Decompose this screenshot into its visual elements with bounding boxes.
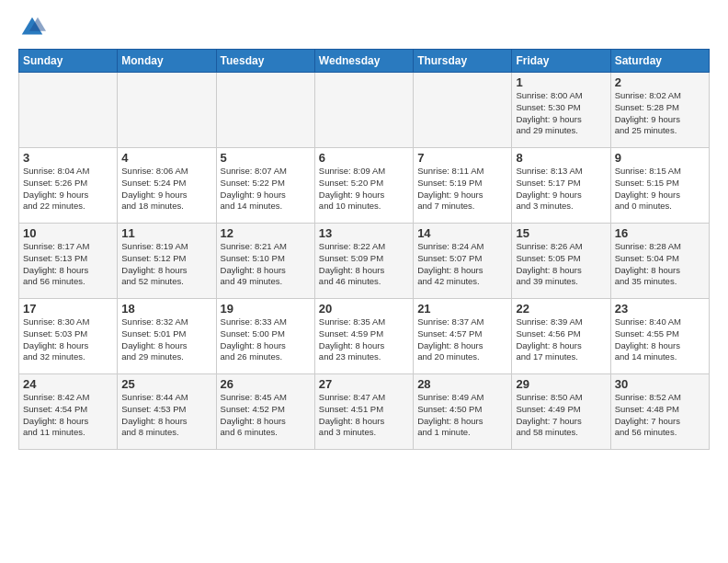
cell-content: Sunrise: 8:17 AM Sunset: 5:13 PM Dayligh… <box>23 241 113 288</box>
day-number: 7 <box>417 151 507 165</box>
day-number: 20 <box>319 302 409 316</box>
calendar-cell: 9Sunrise: 8:15 AM Sunset: 5:15 PM Daylig… <box>610 148 709 224</box>
day-number: 18 <box>121 302 211 316</box>
day-number: 12 <box>221 226 311 240</box>
calendar-cell: 16Sunrise: 8:28 AM Sunset: 5:04 PM Dayli… <box>610 224 709 299</box>
day-number: 9 <box>615 151 705 165</box>
cell-content: Sunrise: 8:47 AM Sunset: 4:51 PM Dayligh… <box>319 392 409 439</box>
calendar-week-row: 24Sunrise: 8:42 AM Sunset: 4:54 PM Dayli… <box>19 374 710 450</box>
cell-content: Sunrise: 8:19 AM Sunset: 5:12 PM Dayligh… <box>121 241 211 288</box>
calendar-cell: 26Sunrise: 8:45 AM Sunset: 4:52 PM Dayli… <box>216 374 314 450</box>
cell-content: Sunrise: 8:15 AM Sunset: 5:15 PM Dayligh… <box>615 166 705 213</box>
calendar-cell: 24Sunrise: 8:42 AM Sunset: 4:54 PM Dayli… <box>19 374 118 450</box>
calendar-cell: 12Sunrise: 8:21 AM Sunset: 5:10 PM Dayli… <box>216 224 314 299</box>
calendar-cell <box>19 73 118 148</box>
calendar-cell: 27Sunrise: 8:47 AM Sunset: 4:51 PM Dayli… <box>314 374 413 450</box>
calendar-cell: 22Sunrise: 8:39 AM Sunset: 4:56 PM Dayli… <box>512 299 610 374</box>
day-number: 5 <box>221 151 311 165</box>
day-number: 17 <box>23 302 113 316</box>
day-header-thursday: Thursday <box>414 50 512 73</box>
day-number: 25 <box>121 377 211 391</box>
calendar-cell: 30Sunrise: 8:52 AM Sunset: 4:48 PM Dayli… <box>610 374 709 450</box>
day-number: 29 <box>516 377 606 391</box>
cell-content: Sunrise: 8:06 AM Sunset: 5:24 PM Dayligh… <box>121 166 211 213</box>
logo <box>18 14 50 41</box>
logo-icon <box>18 14 46 41</box>
day-number: 26 <box>221 377 311 391</box>
cell-content: Sunrise: 8:39 AM Sunset: 4:56 PM Dayligh… <box>516 316 606 363</box>
day-number: 8 <box>516 151 606 165</box>
calendar-cell <box>314 73 413 148</box>
day-number: 19 <box>221 302 311 316</box>
day-header-monday: Monday <box>118 50 216 73</box>
header <box>18 14 710 41</box>
calendar-cell: 29Sunrise: 8:50 AM Sunset: 4:49 PM Dayli… <box>512 374 610 450</box>
cell-content: Sunrise: 8:21 AM Sunset: 5:10 PM Dayligh… <box>221 241 311 288</box>
day-number: 28 <box>417 377 507 391</box>
day-header-saturday: Saturday <box>610 50 709 73</box>
calendar-cell <box>414 73 512 148</box>
calendar-cell: 7Sunrise: 8:11 AM Sunset: 5:19 PM Daylig… <box>414 148 512 224</box>
day-number: 10 <box>23 226 113 240</box>
cell-content: Sunrise: 8:40 AM Sunset: 4:55 PM Dayligh… <box>615 316 705 363</box>
day-number: 3 <box>23 151 113 165</box>
day-number: 22 <box>516 302 606 316</box>
calendar-cell: 13Sunrise: 8:22 AM Sunset: 5:09 PM Dayli… <box>314 224 413 299</box>
calendar-cell: 8Sunrise: 8:13 AM Sunset: 5:17 PM Daylig… <box>512 148 610 224</box>
cell-content: Sunrise: 8:26 AM Sunset: 5:05 PM Dayligh… <box>516 241 606 288</box>
page: SundayMondayTuesdayWednesdayThursdayFrid… <box>0 0 728 563</box>
calendar-cell: 6Sunrise: 8:09 AM Sunset: 5:20 PM Daylig… <box>314 148 413 224</box>
cell-content: Sunrise: 8:02 AM Sunset: 5:28 PM Dayligh… <box>615 90 705 137</box>
calendar-cell: 28Sunrise: 8:49 AM Sunset: 4:50 PM Dayli… <box>414 374 512 450</box>
cell-content: Sunrise: 8:45 AM Sunset: 4:52 PM Dayligh… <box>221 392 311 439</box>
cell-content: Sunrise: 8:33 AM Sunset: 5:00 PM Dayligh… <box>221 316 311 363</box>
calendar-cell: 4Sunrise: 8:06 AM Sunset: 5:24 PM Daylig… <box>118 148 216 224</box>
day-number: 27 <box>319 377 409 391</box>
cell-content: Sunrise: 8:52 AM Sunset: 4:48 PM Dayligh… <box>615 392 705 439</box>
cell-content: Sunrise: 8:30 AM Sunset: 5:03 PM Dayligh… <box>23 316 113 363</box>
calendar-cell: 3Sunrise: 8:04 AM Sunset: 5:26 PM Daylig… <box>19 148 118 224</box>
calendar-cell: 18Sunrise: 8:32 AM Sunset: 5:01 PM Dayli… <box>118 299 216 374</box>
cell-content: Sunrise: 8:32 AM Sunset: 5:01 PM Dayligh… <box>121 316 211 363</box>
day-number: 16 <box>615 226 705 240</box>
cell-content: Sunrise: 8:28 AM Sunset: 5:04 PM Dayligh… <box>615 241 705 288</box>
day-number: 21 <box>417 302 507 316</box>
day-number: 6 <box>319 151 409 165</box>
calendar-cell: 11Sunrise: 8:19 AM Sunset: 5:12 PM Dayli… <box>118 224 216 299</box>
calendar-cell: 2Sunrise: 8:02 AM Sunset: 5:28 PM Daylig… <box>610 73 709 148</box>
cell-content: Sunrise: 8:50 AM Sunset: 4:49 PM Dayligh… <box>516 392 606 439</box>
calendar-cell: 21Sunrise: 8:37 AM Sunset: 4:57 PM Dayli… <box>414 299 512 374</box>
cell-content: Sunrise: 8:24 AM Sunset: 5:07 PM Dayligh… <box>417 241 507 288</box>
cell-content: Sunrise: 8:13 AM Sunset: 5:17 PM Dayligh… <box>516 166 606 213</box>
cell-content: Sunrise: 8:22 AM Sunset: 5:09 PM Dayligh… <box>319 241 409 288</box>
day-number: 15 <box>516 226 606 240</box>
day-number: 24 <box>23 377 113 391</box>
cell-content: Sunrise: 8:09 AM Sunset: 5:20 PM Dayligh… <box>319 166 409 213</box>
calendar-cell: 15Sunrise: 8:26 AM Sunset: 5:05 PM Dayli… <box>512 224 610 299</box>
day-number: 11 <box>121 226 211 240</box>
calendar-cell <box>118 73 216 148</box>
calendar-cell <box>216 73 314 148</box>
calendar-week-row: 1Sunrise: 8:00 AM Sunset: 5:30 PM Daylig… <box>19 73 710 148</box>
day-header-tuesday: Tuesday <box>216 50 314 73</box>
cell-content: Sunrise: 8:44 AM Sunset: 4:53 PM Dayligh… <box>121 392 211 439</box>
calendar-week-row: 17Sunrise: 8:30 AM Sunset: 5:03 PM Dayli… <box>19 299 710 374</box>
cell-content: Sunrise: 8:49 AM Sunset: 4:50 PM Dayligh… <box>417 392 507 439</box>
day-header-wednesday: Wednesday <box>314 50 413 73</box>
day-header-friday: Friday <box>512 50 610 73</box>
day-number: 2 <box>615 75 705 89</box>
cell-content: Sunrise: 8:42 AM Sunset: 4:54 PM Dayligh… <box>23 392 113 439</box>
cell-content: Sunrise: 8:00 AM Sunset: 5:30 PM Dayligh… <box>516 90 606 137</box>
day-header-sunday: Sunday <box>19 50 118 73</box>
day-number: 14 <box>417 226 507 240</box>
calendar-header-row: SundayMondayTuesdayWednesdayThursdayFrid… <box>19 50 710 73</box>
day-number: 30 <box>615 377 705 391</box>
day-number: 13 <box>319 226 409 240</box>
cell-content: Sunrise: 8:11 AM Sunset: 5:19 PM Dayligh… <box>417 166 507 213</box>
day-number: 23 <box>615 302 705 316</box>
calendar-week-row: 3Sunrise: 8:04 AM Sunset: 5:26 PM Daylig… <box>19 148 710 224</box>
calendar-cell: 23Sunrise: 8:40 AM Sunset: 4:55 PM Dayli… <box>610 299 709 374</box>
cell-content: Sunrise: 8:04 AM Sunset: 5:26 PM Dayligh… <box>23 166 113 213</box>
calendar-cell: 1Sunrise: 8:00 AM Sunset: 5:30 PM Daylig… <box>512 73 610 148</box>
calendar-cell: 17Sunrise: 8:30 AM Sunset: 5:03 PM Dayli… <box>19 299 118 374</box>
